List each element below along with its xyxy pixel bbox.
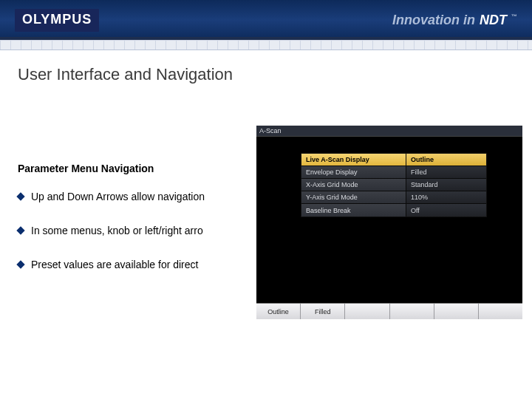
softkey-blank-4[interactable] (390, 304, 434, 319)
slide: OLYMPUS Innovation in NDT ™ User Interfa… (0, 0, 532, 399)
softkey-filled[interactable]: Filled (301, 304, 345, 319)
param-value: Standard (406, 179, 486, 191)
bullet-text: Preset values are available for direct (31, 259, 198, 270)
param-row[interactable]: X-Axis Grid Mode Standard (301, 179, 486, 191)
bullet-text: Up and Down Arrows allow navigation (31, 191, 205, 202)
softkey-row: Outline Filled (256, 303, 522, 319)
param-label: Live A-Scan Display (301, 154, 406, 166)
param-value: Filled (406, 166, 486, 178)
param-row[interactable]: Y-Axis Grid Mode 110% (301, 191, 486, 204)
header-band: OLYMPUS Innovation in NDT ™ (0, 0, 532, 40)
device-canvas: Live A-Scan Display Outline Envelope Dis… (256, 137, 522, 329)
brand-logo: OLYMPUS (15, 9, 99, 32)
diamond-icon (16, 226, 24, 234)
page-title: User Interface and Navigation (18, 65, 532, 84)
param-row[interactable]: Baseline Break Off (301, 204, 486, 216)
param-value: 110% (406, 191, 486, 203)
param-label: Envelope Display (301, 166, 406, 178)
tagline-prefix: Innovation in (392, 13, 475, 28)
param-label: Y-Axis Grid Mode (301, 191, 406, 203)
device-titlebar: A-Scan (256, 126, 522, 137)
device-screenshot: A-Scan Live A-Scan Display Outline Envel… (256, 126, 522, 318)
param-row[interactable]: Envelope Display Filled (301, 166, 486, 179)
param-row[interactable]: Live A-Scan Display Outline (301, 154, 486, 166)
param-value: Off (406, 204, 486, 216)
param-label: Baseline Break (301, 204, 406, 216)
param-value: Outline (406, 154, 486, 166)
parameter-panel: Live A-Scan Display Outline Envelope Dis… (301, 153, 487, 217)
diamond-icon (16, 192, 24, 200)
diamond-icon (16, 260, 24, 268)
softkey-blank-3[interactable] (345, 304, 389, 319)
brand-logo-text: OLYMPUS (22, 12, 92, 27)
softkey-outline[interactable]: Outline (256, 304, 301, 319)
gridline-stripe (0, 40, 532, 50)
tagline-tm: ™ (511, 13, 517, 20)
tagline: Innovation in NDT ™ (392, 13, 517, 28)
softkey-blank-5[interactable] (434, 304, 479, 319)
tagline-emph: NDT (480, 13, 507, 28)
param-label: X-Axis Grid Mode (301, 179, 406, 191)
bullet-text: In some menus, knob or left/right arro (31, 225, 203, 236)
softkey-blank-6[interactable] (479, 304, 522, 319)
